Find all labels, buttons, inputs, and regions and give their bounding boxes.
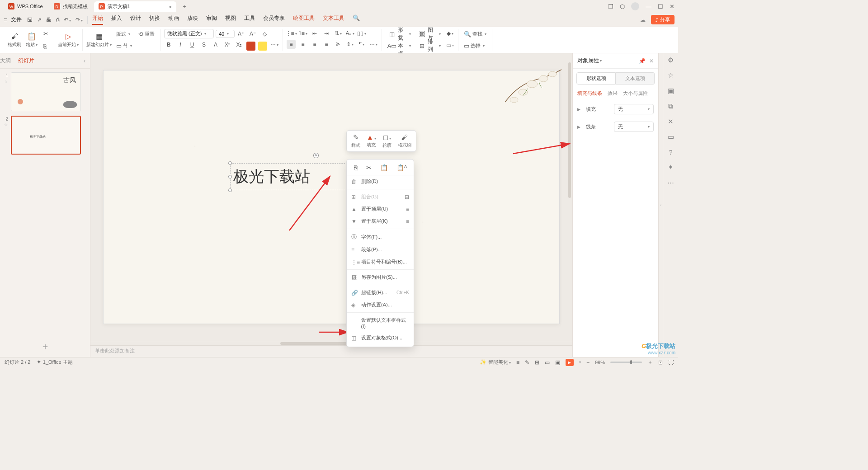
- rotate-handle-icon[interactable]: [313, 153, 319, 158]
- shadow-icon[interactable]: A: [211, 40, 220, 49]
- fullscreen-icon[interactable]: ⛶: [668, 359, 674, 366]
- shape-options-tab[interactable]: 形状选项: [576, 72, 616, 85]
- thumbnail-2[interactable]: 2 ☆ 极光下载站: [4, 116, 86, 155]
- collapse-icon[interactable]: ‹: [84, 58, 85, 64]
- close-panel-icon[interactable]: ✕: [649, 58, 654, 64]
- italic-icon[interactable]: I: [176, 40, 185, 49]
- close-icon[interactable]: ●: [169, 4, 172, 9]
- section-button[interactable]: ▭节: [114, 41, 134, 51]
- tab-template[interactable]: D 找稻壳模板: [49, 1, 92, 12]
- star-icon[interactable]: ☆: [668, 71, 674, 80]
- slideshow-button[interactable]: ▶: [566, 359, 574, 366]
- tab-drawing[interactable]: 绘图工具: [293, 14, 315, 25]
- handle-icon[interactable]: [228, 161, 232, 165]
- paragraph-spacing-icon[interactable]: ¶: [357, 40, 366, 49]
- tab-text-tools[interactable]: 文本工具: [323, 14, 344, 25]
- outline-color-icon[interactable]: ▭: [445, 41, 454, 50]
- ctx-send-back[interactable]: ▼置于底层(K)≡: [347, 215, 414, 227]
- play-from-current-button[interactable]: ▷当前开始: [58, 32, 79, 48]
- fill-selector[interactable]: 无▾: [614, 104, 654, 114]
- highlight-icon[interactable]: ab: [258, 40, 267, 49]
- new-tab-button[interactable]: ＋: [178, 1, 191, 12]
- underline-icon[interactable]: U: [188, 40, 197, 49]
- align-text-icon[interactable]: Aᵥ: [345, 29, 354, 38]
- slides-tab[interactable]: 幻灯片: [18, 57, 34, 65]
- ctx-action[interactable]: ◈动作设置(A)...: [347, 299, 414, 311]
- theme-indicator[interactable]: ✦ 1_Office 主题: [37, 359, 72, 366]
- reset-button[interactable]: ⟲重置: [137, 29, 156, 39]
- ctx-hyperlink[interactable]: 🔗超链接(H)...Ctrl+K: [347, 287, 414, 299]
- undo-icon[interactable]: ↶: [64, 17, 71, 23]
- print-preview-icon[interactable]: ⎙: [56, 17, 59, 23]
- notes-area[interactable]: 单击此处添加备注: [90, 345, 572, 357]
- increase-indent-icon[interactable]: ⇥: [322, 29, 331, 38]
- tab-transition[interactable]: 切换: [149, 14, 160, 25]
- menu-icon[interactable]: ≡: [4, 16, 7, 24]
- avatar[interactable]: [631, 2, 639, 10]
- grid-view-icon[interactable]: ⊞: [535, 359, 539, 366]
- close-window-icon[interactable]: ✕: [670, 3, 675, 10]
- front-alt-icon[interactable]: ≡: [406, 206, 409, 212]
- ctx-bullets[interactable]: ⋮≡项目符号和编号(B)...: [347, 256, 414, 268]
- tab-view[interactable]: 视图: [225, 14, 236, 25]
- vertical-scrollbar[interactable]: [568, 58, 571, 202]
- text-options-tab[interactable]: 文本选项: [616, 72, 655, 85]
- line-spacing-icon[interactable]: ⇕: [345, 40, 354, 49]
- text-direction-icon[interactable]: ⇅: [334, 29, 343, 38]
- tab-design[interactable]: 设计: [130, 14, 141, 25]
- save-icon[interactable]: 🖫: [27, 17, 33, 23]
- more-paragraph-icon[interactable]: ⋯: [369, 40, 378, 49]
- subscript-icon[interactable]: X₂: [235, 40, 244, 49]
- window-multi-icon[interactable]: ❐: [608, 3, 613, 10]
- outline-button[interactable]: ◻轮廓: [382, 133, 392, 149]
- copy-icon[interactable]: ⎘: [354, 164, 358, 171]
- align-justify-icon[interactable]: ≡: [322, 40, 331, 49]
- cube-icon[interactable]: ⬡: [620, 3, 625, 10]
- search-icon[interactable]: 🔍: [353, 14, 360, 25]
- settings-icon[interactable]: ⚙: [668, 56, 674, 64]
- select-button[interactable]: ▭选择: [462, 41, 486, 51]
- expand-icon[interactable]: ▶: [577, 107, 580, 112]
- link-icon[interactable]: ⧉: [668, 102, 673, 110]
- tab-insert[interactable]: 插入: [111, 14, 122, 25]
- font-selector[interactable]: 微软雅黑 (正文)▾: [164, 29, 214, 38]
- cut-icon[interactable]: ✂: [366, 164, 372, 171]
- beautify-button[interactable]: ✨ 智能美化 ▾: [480, 359, 511, 366]
- cloud-icon[interactable]: ☁: [640, 17, 646, 23]
- columns-icon[interactable]: ▯▯: [357, 29, 366, 38]
- line-selector[interactable]: 无▾: [614, 122, 654, 132]
- ctx-default-textbox[interactable]: 设置默认文本框样式(I): [347, 314, 414, 332]
- normal-view-icon[interactable]: ▭: [545, 359, 550, 366]
- tab-doc[interactable]: P 演示文稿1 ●: [94, 1, 176, 12]
- back-alt-icon[interactable]: ≡: [406, 218, 409, 225]
- pin-icon[interactable]: 📌: [639, 58, 646, 64]
- distribute-icon[interactable]: ⫸: [334, 40, 343, 49]
- tools-icon[interactable]: ✕: [668, 118, 674, 126]
- fill-color-icon[interactable]: ◆: [445, 29, 454, 38]
- outline-tab[interactable]: 大纲: [0, 57, 11, 65]
- format-painter-button[interactable]: 🖌格式刷: [398, 133, 411, 149]
- align-left-icon[interactable]: ≡: [287, 40, 296, 49]
- font-size-selector[interactable]: 40▾: [216, 30, 235, 38]
- tab-review[interactable]: 审阅: [206, 14, 217, 25]
- ctx-format-object[interactable]: ◫设置对象格式(O)...: [347, 332, 414, 344]
- align-center-icon[interactable]: ≡: [298, 40, 307, 49]
- maximize-icon[interactable]: ☐: [658, 3, 663, 10]
- paste-button[interactable]: 📋粘贴: [24, 32, 39, 48]
- ctx-font[interactable]: Ⓐ字体(F)...: [347, 230, 414, 244]
- superscript-icon[interactable]: X²: [223, 40, 232, 49]
- style-button[interactable]: ✎样式: [351, 133, 360, 149]
- clear-format-icon[interactable]: ◇: [260, 29, 269, 38]
- handle-icon[interactable]: [228, 188, 232, 192]
- tab-animation[interactable]: 动画: [168, 14, 179, 25]
- zoom-out-icon[interactable]: −: [586, 359, 590, 366]
- add-slide-button[interactable]: ＋: [0, 336, 90, 357]
- tab-slideshow[interactable]: 放映: [187, 14, 198, 25]
- format-painter-button[interactable]: 🖌格式刷: [7, 33, 22, 48]
- tab-tools[interactable]: 工具: [244, 14, 255, 25]
- reading-view-icon[interactable]: ▣: [555, 359, 560, 366]
- numbered-list-icon[interactable]: 1≡: [298, 29, 307, 38]
- decrease-font-icon[interactable]: A⁻: [248, 29, 257, 38]
- bullet-list-icon[interactable]: ⋮≡: [287, 29, 296, 38]
- fill-button[interactable]: ▲填充: [367, 133, 376, 149]
